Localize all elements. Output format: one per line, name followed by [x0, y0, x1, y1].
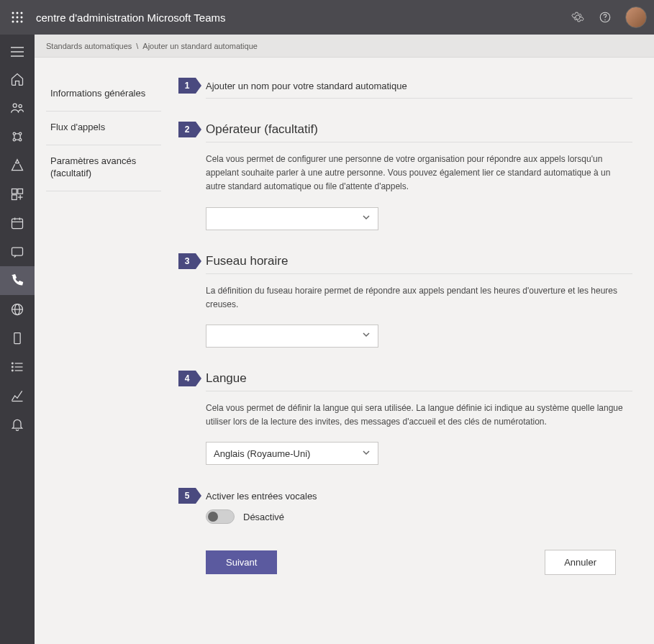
- svg-point-19: [19, 139, 22, 141]
- step-timezone: 3 Fuseau horaire La définition du fuseau…: [178, 253, 632, 348]
- rail-meetings-icon[interactable]: [0, 209, 35, 237]
- svg-point-8: [21, 21, 23, 23]
- rail-home-icon[interactable]: [0, 65, 35, 94]
- svg-point-3: [12, 17, 14, 19]
- step-name: 1 Ajouter un nom pour votre standard aut…: [178, 78, 632, 99]
- nav-divider: [46, 111, 161, 112]
- step-description: La définition du fuseau horaire permet d…: [206, 284, 632, 312]
- svg-point-17: [19, 132, 22, 135]
- svg-point-1: [17, 12, 19, 14]
- settings-icon[interactable]: [571, 10, 585, 24]
- rail-notifications-icon[interactable]: [0, 410, 35, 439]
- language-dropdown-value: Anglais (Royaume-Uni): [214, 448, 310, 459]
- footer-buttons: Suivant Annuler: [206, 550, 616, 575]
- nav-divider: [46, 145, 161, 145]
- rail-voice-icon[interactable]: [0, 266, 35, 295]
- rail-teams-icon[interactable]: [0, 94, 35, 122]
- app-launcher-icon[interactable]: [7, 7, 27, 27]
- top-bar: centre d'administration Microsoft Teams: [0, 0, 654, 35]
- step-title: Activer les entrées vocales: [206, 491, 317, 502]
- step-divider: [206, 142, 632, 142]
- hamburger-icon[interactable]: [0, 39, 35, 65]
- user-avatar[interactable]: [625, 6, 647, 28]
- svg-rect-25: [18, 189, 23, 194]
- left-rail: [0, 35, 35, 644]
- rail-apps-icon[interactable]: [0, 180, 35, 209]
- language-dropdown[interactable]: Anglais (Royaume-Uni): [206, 442, 378, 465]
- svg-rect-24: [12, 189, 17, 194]
- chevron-down-icon: [362, 213, 371, 224]
- rail-devices-icon[interactable]: [0, 122, 35, 151]
- breadcrumb-separator: \: [136, 42, 138, 50]
- chevron-down-icon: [362, 448, 371, 459]
- wizard-nav-advanced[interactable]: Paramètres avancés (facultatif): [50, 150, 171, 186]
- breadcrumb: Standards automatiques \ Ajouter un stan…: [35, 35, 654, 58]
- svg-point-10: [604, 19, 606, 21]
- step-voice-inputs: 5 Activer les entrées vocales Désactivé: [178, 488, 632, 524]
- wizard-nav-callflow[interactable]: Flux d'appels: [50, 116, 171, 140]
- breadcrumb-root[interactable]: Standards automatiques: [46, 42, 132, 50]
- help-icon[interactable]: [598, 10, 612, 24]
- step-title: Langue: [206, 371, 247, 386]
- svg-point-18: [13, 139, 15, 141]
- svg-rect-27: [12, 219, 23, 228]
- step-number-badge: 1: [178, 78, 196, 94]
- app-title: centre d'administration Microsoft Teams: [36, 12, 571, 24]
- step-description: Cela vous permet de configurer une perso…: [206, 153, 632, 194]
- step-language: 4 Langue Cela vous permet de définir la …: [178, 371, 632, 465]
- step-divider: [206, 391, 632, 391]
- step-number-badge: 5: [178, 488, 196, 504]
- voice-inputs-toggle[interactable]: [206, 509, 235, 524]
- rail-messaging-icon[interactable]: [0, 237, 35, 266]
- step-title: Opérateur (facultatif): [206, 122, 318, 137]
- step-operator: 2 Opérateur (facultatif) Cela vous perme…: [178, 122, 632, 230]
- wizard-nav-general[interactable]: Informations générales: [50, 82, 171, 106]
- svg-point-6: [12, 21, 14, 23]
- svg-point-15: [19, 104, 22, 107]
- svg-point-7: [17, 21, 19, 23]
- timezone-dropdown[interactable]: [206, 325, 378, 348]
- rail-locations-icon[interactable]: [0, 151, 35, 180]
- step-number-badge: 2: [178, 122, 196, 137]
- svg-point-40: [12, 363, 14, 364]
- step-description: Cela vous permet de définir la langue qu…: [206, 402, 632, 429]
- step-number-badge: 4: [178, 371, 196, 386]
- rail-list-icon[interactable]: [0, 353, 35, 381]
- rail-analytics-icon[interactable]: [0, 381, 35, 410]
- chevron-down-icon: [362, 330, 371, 341]
- svg-point-16: [13, 132, 15, 135]
- step-number-badge: 3: [178, 253, 196, 269]
- wizard-nav: Informations générales Flux d'appels Par…: [35, 58, 171, 644]
- form-area: 1 Ajouter un nom pour votre standard aut…: [171, 58, 654, 644]
- toggle-state-label: Désactivé: [243, 512, 284, 522]
- operator-dropdown[interactable]: [206, 207, 378, 230]
- rail-locations2-icon[interactable]: [0, 295, 35, 324]
- breadcrumb-current: Ajouter un standard automatique: [142, 42, 258, 50]
- cancel-button[interactable]: Annuler: [545, 550, 616, 575]
- step-title: Ajouter un nom pour votre standard autom…: [206, 81, 407, 91]
- step-divider: [206, 273, 632, 274]
- svg-point-0: [12, 12, 14, 14]
- svg-point-2: [21, 12, 23, 14]
- nav-divider: [46, 191, 161, 191]
- step-title: Fuseau horaire: [206, 254, 288, 268]
- next-button[interactable]: Suivant: [206, 550, 277, 574]
- svg-rect-26: [12, 195, 17, 200]
- step-divider: [206, 98, 632, 99]
- rail-policy-icon[interactable]: [0, 324, 35, 353]
- svg-point-4: [17, 17, 19, 19]
- svg-point-41: [12, 366, 14, 368]
- svg-point-42: [12, 370, 14, 371]
- svg-rect-35: [14, 333, 20, 344]
- svg-point-14: [13, 104, 17, 107]
- svg-point-5: [21, 17, 23, 19]
- svg-rect-31: [12, 248, 23, 255]
